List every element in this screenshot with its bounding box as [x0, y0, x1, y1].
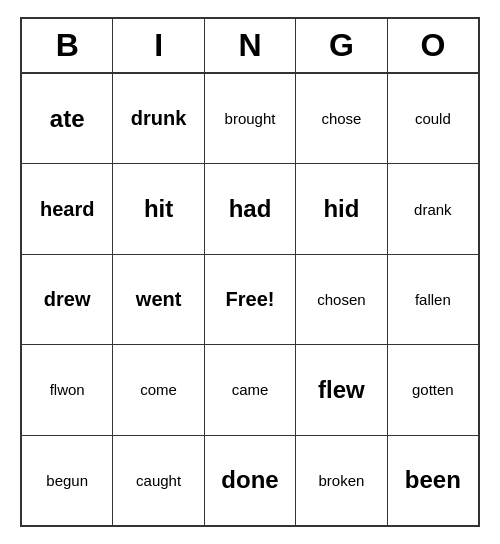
bingo-cell-4-0: begun	[22, 436, 113, 525]
bingo-body: atedrunkbroughtchosecouldheardhithadhidd…	[22, 74, 478, 525]
cell-text-2-2: Free!	[226, 288, 275, 311]
bingo-row-2: drewwentFree!chosenfallen	[22, 255, 478, 345]
cell-text-0-2: brought	[225, 110, 276, 127]
cell-text-4-3: broken	[318, 472, 364, 489]
bingo-cell-1-4: drank	[388, 164, 478, 253]
cell-text-2-3: chosen	[317, 291, 365, 308]
cell-text-3-4: gotten	[412, 381, 454, 398]
cell-text-1-0: heard	[40, 198, 94, 221]
bingo-header: BINGO	[22, 19, 478, 74]
bingo-cell-4-3: broken	[296, 436, 387, 525]
header-cell-N: N	[205, 19, 296, 72]
bingo-cell-3-0: flwon	[22, 345, 113, 434]
cell-text-1-1: hit	[144, 195, 173, 223]
bingo-cell-0-3: chose	[296, 74, 387, 163]
cell-text-4-1: caught	[136, 472, 181, 489]
bingo-cell-3-1: come	[113, 345, 204, 434]
cell-text-0-0: ate	[50, 105, 85, 133]
bingo-cell-3-4: gotten	[388, 345, 478, 434]
bingo-row-1: heardhithadhiddrank	[22, 164, 478, 254]
bingo-card: BINGO atedrunkbroughtchosecouldheardhith…	[20, 17, 480, 527]
header-cell-B: B	[22, 19, 113, 72]
bingo-cell-1-1: hit	[113, 164, 204, 253]
bingo-cell-4-1: caught	[113, 436, 204, 525]
cell-text-2-1: went	[136, 288, 182, 311]
bingo-cell-0-2: brought	[205, 74, 296, 163]
cell-text-4-4: been	[405, 466, 461, 494]
bingo-cell-2-1: went	[113, 255, 204, 344]
bingo-cell-4-2: done	[205, 436, 296, 525]
bingo-cell-3-2: came	[205, 345, 296, 434]
cell-text-0-3: chose	[321, 110, 361, 127]
bingo-cell-3-3: flew	[296, 345, 387, 434]
bingo-row-0: atedrunkbroughtchosecould	[22, 74, 478, 164]
bingo-cell-2-2: Free!	[205, 255, 296, 344]
cell-text-4-0: begun	[46, 472, 88, 489]
header-cell-G: G	[296, 19, 387, 72]
bingo-row-3: flwoncomecameflewgotten	[22, 345, 478, 435]
cell-text-1-3: hid	[323, 195, 359, 223]
bingo-cell-2-4: fallen	[388, 255, 478, 344]
cell-text-1-2: had	[229, 195, 272, 223]
header-cell-O: O	[388, 19, 478, 72]
cell-text-3-3: flew	[318, 376, 365, 404]
bingo-cell-0-0: ate	[22, 74, 113, 163]
bingo-cell-0-4: could	[388, 74, 478, 163]
cell-text-0-1: drunk	[131, 107, 187, 130]
bingo-row-4: beguncaughtdonebrokenbeen	[22, 436, 478, 525]
bingo-cell-0-1: drunk	[113, 74, 204, 163]
cell-text-2-4: fallen	[415, 291, 451, 308]
bingo-cell-2-3: chosen	[296, 255, 387, 344]
cell-text-1-4: drank	[414, 201, 452, 218]
header-cell-I: I	[113, 19, 204, 72]
cell-text-2-0: drew	[44, 288, 91, 311]
bingo-cell-1-0: heard	[22, 164, 113, 253]
cell-text-3-2: came	[232, 381, 269, 398]
bingo-cell-4-4: been	[388, 436, 478, 525]
bingo-cell-1-3: hid	[296, 164, 387, 253]
bingo-cell-2-0: drew	[22, 255, 113, 344]
cell-text-3-0: flwon	[50, 381, 85, 398]
cell-text-0-4: could	[415, 110, 451, 127]
cell-text-3-1: come	[140, 381, 177, 398]
bingo-cell-1-2: had	[205, 164, 296, 253]
cell-text-4-2: done	[221, 466, 278, 494]
